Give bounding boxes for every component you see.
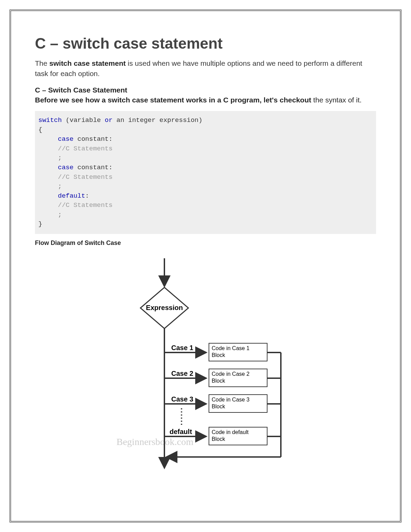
code-indent xyxy=(38,192,58,200)
code-block: switch (variable or an integer expressio… xyxy=(35,111,376,234)
page-title: C – switch case statement xyxy=(35,35,376,52)
page-border: C – switch case statement The switch cas… xyxy=(10,10,401,522)
code-semicolon: ; xyxy=(58,211,62,219)
code-text: an integer expression) xyxy=(113,116,202,124)
kw-case: case xyxy=(58,135,74,143)
code-indent xyxy=(38,145,58,152)
code-brace: } xyxy=(38,220,42,228)
case-label-3: Case 3 xyxy=(171,395,194,403)
flow-diagram-title: Flow Diagram of Switch Case xyxy=(35,239,376,247)
case-block-line2-2: Block xyxy=(212,378,225,384)
code-comment: //C Statements xyxy=(58,201,113,209)
case-block-line2-1: Block xyxy=(212,352,225,358)
code-indent xyxy=(38,201,58,209)
code-comment: //C Statements xyxy=(58,173,113,181)
code-indent xyxy=(38,135,58,143)
lead-bold: Before we see how a switch case statemen… xyxy=(35,96,311,104)
kw-case: case xyxy=(58,164,74,171)
code-indent xyxy=(38,154,58,162)
page: C – switch case statement The switch cas… xyxy=(0,0,411,532)
switch-flow-diagram: Beginnersbook.com Expression Case 1 xyxy=(103,255,308,474)
diamond-label: Expression xyxy=(146,304,183,311)
lead-rest: the syntax of it. xyxy=(311,96,362,104)
code-text: constant: xyxy=(74,164,113,171)
case-label-2: Case 2 xyxy=(171,370,194,377)
case-block-line1-3: Code in Case 3 xyxy=(212,397,249,403)
kw-or: or xyxy=(105,116,113,124)
case-block-line2-4: Block xyxy=(212,436,225,442)
diagram-watermark: Beginnersbook.com xyxy=(116,436,194,447)
case-label-1: Case 1 xyxy=(171,344,194,351)
intro-paragraph: The switch case statement is used when w… xyxy=(35,58,376,79)
code-semicolon: ; xyxy=(58,183,62,190)
intro-bold: switch case statement xyxy=(49,59,126,67)
code-text: (variable xyxy=(62,116,104,124)
intro-prefix: The xyxy=(35,59,49,67)
code-text: constant: xyxy=(74,135,113,143)
code-indent xyxy=(38,211,58,219)
kw-default: default xyxy=(58,192,85,200)
code-brace: { xyxy=(38,126,42,134)
case-block-line1-2: Code in Case 2 xyxy=(212,371,249,377)
code-indent xyxy=(38,173,58,181)
case-label-4: default xyxy=(170,428,192,435)
case-block-line1-4: Code in default xyxy=(212,429,249,435)
code-indent xyxy=(38,164,58,171)
section-subtitle: C – Switch Case Statement xyxy=(35,86,376,94)
case-block-line2-3: Block xyxy=(212,404,225,409)
case-block-line1-1: Code in Case 1 xyxy=(212,345,249,351)
code-text: : xyxy=(85,192,89,200)
kw-switch: switch xyxy=(38,116,62,124)
diagram-container: Beginnersbook.com Expression Case 1 xyxy=(35,255,376,474)
code-indent xyxy=(38,183,58,190)
code-comment: //C Statements xyxy=(58,145,113,152)
lead-paragraph: Before we see how a switch case statemen… xyxy=(35,95,376,105)
code-semicolon: ; xyxy=(58,154,62,162)
